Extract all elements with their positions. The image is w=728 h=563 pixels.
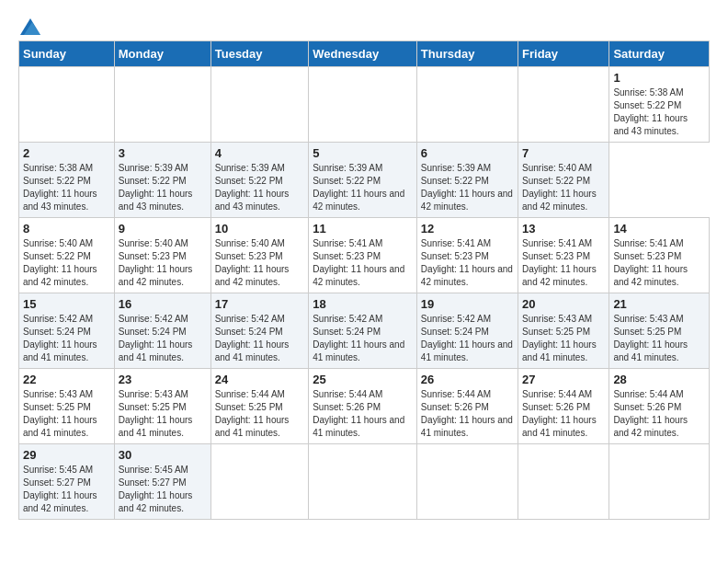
cell-info: Sunrise: 5:45 AM Sunset: 5:27 PM Dayligh… [119, 464, 207, 515]
day-of-week-header: Wednesday [309, 41, 417, 67]
sunset-text: Sunset: 5:24 PM [119, 326, 207, 339]
sunrise-text: Sunrise: 5:39 AM [313, 162, 413, 175]
sunrise-text: Sunrise: 5:43 AM [522, 313, 605, 326]
calendar-cell [19, 67, 115, 143]
day-number: 17 [215, 297, 304, 311]
day-number: 22 [23, 373, 110, 386]
cell-info: Sunrise: 5:42 AM Sunset: 5:24 PM Dayligh… [421, 313, 514, 364]
calendar-cell: 3 Sunrise: 5:39 AM Sunset: 5:22 PM Dayli… [114, 143, 210, 218]
day-of-week-header: Tuesday [210, 41, 308, 67]
cell-info: Sunrise: 5:39 AM Sunset: 5:22 PM Dayligh… [421, 162, 514, 213]
sunset-text: Sunset: 5:23 PM [215, 250, 304, 263]
sunrise-text: Sunrise: 5:39 AM [215, 162, 304, 175]
sunrise-text: Sunrise: 5:44 AM [613, 388, 705, 401]
calendar-cell [309, 67, 417, 143]
day-number: 8 [23, 222, 110, 236]
calendar-cell: 13 Sunrise: 5:41 AM Sunset: 5:23 PM Dayl… [518, 218, 609, 293]
sunset-text: Sunset: 5:25 PM [23, 401, 110, 414]
calendar-cell: 17 Sunrise: 5:42 AM Sunset: 5:24 PM Dayl… [210, 293, 308, 369]
sunset-text: Sunset: 5:26 PM [421, 401, 514, 414]
day-number: 29 [23, 448, 110, 462]
calendar-cell: 7 Sunrise: 5:40 AM Sunset: 5:22 PM Dayli… [518, 143, 609, 218]
day-number: 15 [23, 297, 110, 311]
sunset-text: Sunset: 5:23 PM [522, 250, 605, 263]
calendar-cell: 22 Sunrise: 5:43 AM Sunset: 5:25 PM Dayl… [19, 369, 115, 444]
sunrise-text: Sunrise: 5:42 AM [421, 313, 514, 326]
sunrise-text: Sunrise: 5:44 AM [522, 388, 605, 401]
sunrise-text: Sunrise: 5:45 AM [23, 464, 110, 477]
daylight-text: Daylight: 11 hours and 43 minutes. [215, 188, 304, 213]
sunrise-text: Sunrise: 5:41 AM [613, 237, 705, 250]
daylight-text: Daylight: 11 hours and 41 minutes. [119, 414, 207, 440]
day-number: 6 [421, 146, 514, 160]
daylight-text: Daylight: 11 hours and 43 minutes. [119, 188, 207, 213]
daylight-text: Daylight: 11 hours and 42 minutes. [215, 263, 304, 289]
cell-info: Sunrise: 5:40 AM Sunset: 5:22 PM Dayligh… [23, 237, 110, 289]
day-number: 27 [522, 373, 605, 386]
calendar-cell: 10 Sunrise: 5:40 AM Sunset: 5:23 PM Dayl… [210, 218, 308, 293]
calendar-cell: 28 Sunrise: 5:44 AM Sunset: 5:26 PM Dayl… [609, 369, 710, 444]
sunrise-text: Sunrise: 5:43 AM [613, 313, 705, 326]
day-number: 10 [215, 222, 304, 236]
sunset-text: Sunset: 5:26 PM [313, 401, 413, 414]
daylight-text: Daylight: 11 hours and 41 minutes. [215, 414, 304, 440]
calendar-cell [210, 444, 308, 520]
day-of-week-header: Sunday [19, 41, 115, 67]
calendar-week-row: 22 Sunrise: 5:43 AM Sunset: 5:25 PM Dayl… [19, 369, 710, 444]
sunrise-text: Sunrise: 5:40 AM [119, 237, 207, 250]
calendar-cell: 11 Sunrise: 5:41 AM Sunset: 5:23 PM Dayl… [309, 218, 417, 293]
day-number: 2 [23, 146, 110, 160]
sunrise-text: Sunrise: 5:45 AM [119, 464, 207, 477]
sunset-text: Sunset: 5:22 PM [119, 175, 207, 188]
cell-info: Sunrise: 5:44 AM Sunset: 5:26 PM Dayligh… [421, 388, 514, 440]
sunset-text: Sunset: 5:22 PM [613, 99, 705, 112]
sunset-text: Sunset: 5:25 PM [215, 401, 304, 414]
daylight-text: Daylight: 11 hours and 41 minutes. [421, 414, 514, 440]
sunrise-text: Sunrise: 5:40 AM [522, 162, 605, 175]
calendar-cell [210, 67, 308, 143]
calendar-cell [416, 67, 518, 143]
cell-info: Sunrise: 5:40 AM Sunset: 5:23 PM Dayligh… [119, 237, 207, 289]
cell-info: Sunrise: 5:42 AM Sunset: 5:24 PM Dayligh… [215, 313, 304, 364]
header [18, 18, 710, 31]
sunrise-text: Sunrise: 5:39 AM [119, 162, 207, 175]
cell-info: Sunrise: 5:43 AM Sunset: 5:25 PM Dayligh… [613, 313, 705, 364]
sunset-text: Sunset: 5:25 PM [119, 401, 207, 414]
daylight-text: Daylight: 11 hours and 42 minutes. [313, 188, 413, 213]
calendar-cell: 27 Sunrise: 5:44 AM Sunset: 5:26 PM Dayl… [518, 369, 609, 444]
daylight-text: Daylight: 11 hours and 42 minutes. [613, 414, 705, 440]
sunset-text: Sunset: 5:22 PM [313, 175, 413, 188]
daylight-text: Daylight: 11 hours and 42 minutes. [23, 263, 110, 289]
cell-info: Sunrise: 5:44 AM Sunset: 5:26 PM Dayligh… [613, 388, 705, 440]
logo-icon [20, 18, 40, 35]
cell-info: Sunrise: 5:40 AM Sunset: 5:23 PM Dayligh… [215, 237, 304, 289]
daylight-text: Daylight: 11 hours and 41 minutes. [23, 339, 110, 364]
day-number: 26 [421, 373, 514, 386]
daylight-text: Daylight: 11 hours and 42 minutes. [119, 489, 207, 515]
sunrise-text: Sunrise: 5:41 AM [522, 237, 605, 250]
daylight-text: Daylight: 11 hours and 41 minutes. [522, 414, 605, 440]
calendar-week-row: 29 Sunrise: 5:45 AM Sunset: 5:27 PM Dayl… [19, 444, 710, 520]
calendar-cell: 14 Sunrise: 5:41 AM Sunset: 5:23 PM Dayl… [609, 218, 710, 293]
sunrise-text: Sunrise: 5:38 AM [23, 162, 110, 175]
calendar-cell: 20 Sunrise: 5:43 AM Sunset: 5:25 PM Dayl… [518, 293, 609, 369]
day-number: 9 [119, 222, 207, 236]
day-number: 14 [613, 222, 705, 236]
sunset-text: Sunset: 5:22 PM [23, 250, 110, 263]
daylight-text: Daylight: 11 hours and 42 minutes. [23, 489, 110, 515]
calendar-cell: 23 Sunrise: 5:43 AM Sunset: 5:25 PM Dayl… [114, 369, 210, 444]
sunrise-text: Sunrise: 5:44 AM [421, 388, 514, 401]
day-number: 24 [215, 373, 304, 386]
day-number: 18 [313, 297, 413, 311]
daylight-text: Daylight: 11 hours and 42 minutes. [421, 188, 514, 213]
day-number: 7 [522, 146, 605, 160]
calendar-cell [416, 444, 518, 520]
sunrise-text: Sunrise: 5:42 AM [313, 313, 413, 326]
day-number: 5 [313, 146, 413, 160]
daylight-text: Daylight: 11 hours and 41 minutes. [313, 339, 413, 364]
daylight-text: Daylight: 11 hours and 41 minutes. [613, 339, 705, 364]
sunset-text: Sunset: 5:23 PM [313, 250, 413, 263]
calendar-cell: 19 Sunrise: 5:42 AM Sunset: 5:24 PM Dayl… [416, 293, 518, 369]
cell-info: Sunrise: 5:42 AM Sunset: 5:24 PM Dayligh… [23, 313, 110, 364]
calendar-cell: 21 Sunrise: 5:43 AM Sunset: 5:25 PM Dayl… [609, 293, 710, 369]
